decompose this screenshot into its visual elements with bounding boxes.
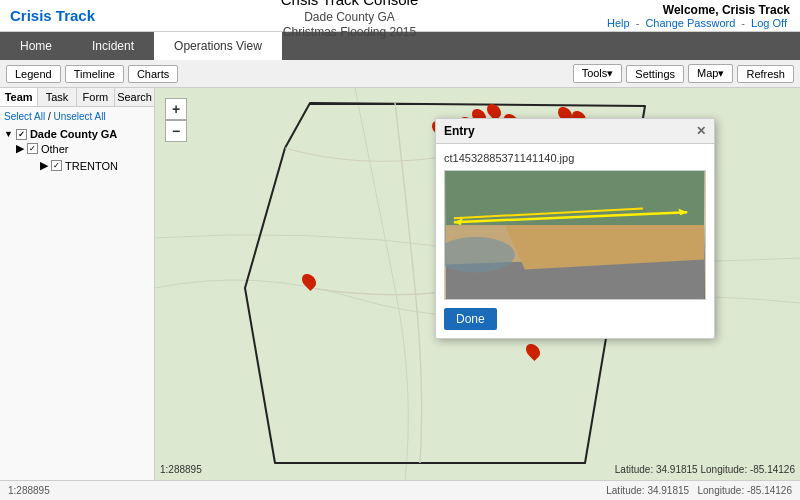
entry-popup-body: ct14532885371141140.jpg [436, 144, 714, 338]
scale-value: 1:288895 [160, 464, 202, 475]
other-arrow-icon: ▶ [16, 142, 24, 155]
main-content: Team Task Form Search Select All / Unsel… [0, 88, 800, 480]
unselect-all-link[interactable]: Unselect All [53, 111, 105, 122]
sidebar-tabs: Team Task Form Search [0, 88, 154, 107]
tools-button[interactable]: Tools▾ [573, 64, 623, 83]
map-area[interactable]: + − [155, 88, 800, 480]
legend-button[interactable]: Legend [6, 65, 61, 83]
map-button[interactable]: Map▾ [688, 64, 733, 83]
nav-home[interactable]: Home [0, 32, 72, 60]
refresh-button[interactable]: Refresh [737, 65, 794, 83]
tab-team[interactable]: Team [0, 88, 38, 106]
other-label: Other [41, 143, 69, 155]
dade-county-checkbox[interactable] [16, 129, 27, 140]
change-password-link[interactable]: Change Password [645, 17, 735, 29]
trenton-checkbox[interactable] [51, 160, 62, 171]
sidebar-content: Select All / Unselect All ▼ Dade County … [0, 107, 154, 180]
latitude-value: 34.91815 [656, 464, 698, 475]
marker-lower[interactable] [527, 343, 539, 362]
tree-label-dade-county[interactable]: ▼ Dade County GA [4, 128, 150, 140]
select-all-row: Select All / Unselect All [4, 111, 150, 122]
done-button[interactable]: Done [444, 308, 497, 330]
incident-location: Dade County GA [281, 10, 419, 26]
marker-left[interactable] [303, 273, 315, 292]
console-title: Crisis Track Console [281, 0, 419, 10]
dade-county-label: Dade County GA [30, 128, 117, 140]
trenton-label: TRENTON [65, 160, 118, 172]
header-links: Help - Change Password - Log Off [604, 17, 790, 29]
entry-popup-done-area: Done [444, 308, 706, 330]
tree-item-trenton[interactable]: ▶ TRENTON [40, 157, 150, 174]
tree-item-dade-county: ▼ Dade County GA ▶ Other ▶ TRENTON [4, 126, 150, 176]
toolbar-left: Legend Timeline Charts [6, 65, 178, 83]
entry-popup-header: Entry ✕ [436, 119, 714, 144]
settings-button[interactable]: Settings [626, 65, 684, 83]
coord-bar: Latitude: 34.91815 Longitude: -85.14126 [615, 464, 795, 475]
status-coords: Latitude: 34.91815 Longitude: -85.14126 [606, 485, 792, 496]
timeline-button[interactable]: Timeline [65, 65, 124, 83]
longitude-label: Longitude: [700, 464, 747, 475]
sidebar: Team Task Form Search Select All / Unsel… [0, 88, 155, 480]
entry-image-content [445, 171, 705, 299]
nav-operations-view[interactable]: Operations View [154, 32, 282, 60]
charts-button[interactable]: Charts [128, 65, 178, 83]
entry-popup-title: Entry [444, 124, 475, 138]
tab-search[interactable]: Search [115, 88, 154, 106]
logout-link[interactable]: Log Off [751, 17, 787, 29]
toolbar-right: Tools▾ Settings Map▾ Refresh [573, 64, 794, 83]
header: Crisis Track Crisis Track Console Dade C… [0, 0, 800, 32]
latitude-label: Latitude: [615, 464, 653, 475]
help-link[interactable]: Help [607, 17, 630, 29]
longitude-value: -85.14126 [750, 464, 795, 475]
arrow-icon: ▼ [4, 129, 13, 139]
tab-task[interactable]: Task [38, 88, 76, 106]
entry-popup-filename: ct14532885371141140.jpg [444, 152, 706, 164]
zoom-out-button[interactable]: − [165, 120, 187, 142]
select-all-link[interactable]: Select All [4, 111, 45, 122]
entry-popup: Entry ✕ ct14532885371141140.jpg [435, 118, 715, 339]
entry-image-svg [445, 171, 705, 299]
other-children: ▶ TRENTON [16, 157, 150, 174]
entry-popup-close-button[interactable]: ✕ [696, 124, 706, 138]
other-checkbox[interactable] [27, 143, 38, 154]
dade-county-children: ▶ Other ▶ TRENTON [4, 140, 150, 174]
entry-popup-image [444, 170, 706, 300]
nav-incident[interactable]: Incident [72, 32, 154, 60]
header-user: Welcome, Crisis Track Help - Change Pass… [604, 3, 790, 29]
zoom-controls: + − [165, 98, 187, 142]
header-title: Crisis Track Console Dade County GA Chri… [281, 0, 419, 41]
status-scale: 1:288895 [8, 485, 50, 496]
scale-bar: 1:288895 [160, 464, 202, 475]
app-logo[interactable]: Crisis Track [10, 7, 95, 24]
tab-form[interactable]: Form [77, 88, 115, 106]
trenton-arrow-icon: ▶ [40, 159, 48, 172]
toolbar: Legend Timeline Charts Tools▾ Settings M… [0, 60, 800, 88]
status-bar: 1:288895 Latitude: 34.91815 Longitude: -… [0, 480, 800, 500]
zoom-in-button[interactable]: + [165, 98, 187, 120]
incident-name: Christmas Flooding 2015 [281, 25, 419, 41]
welcome-text: Welcome, Crisis Track [604, 3, 790, 17]
tree-item-other[interactable]: ▶ Other [16, 140, 150, 157]
